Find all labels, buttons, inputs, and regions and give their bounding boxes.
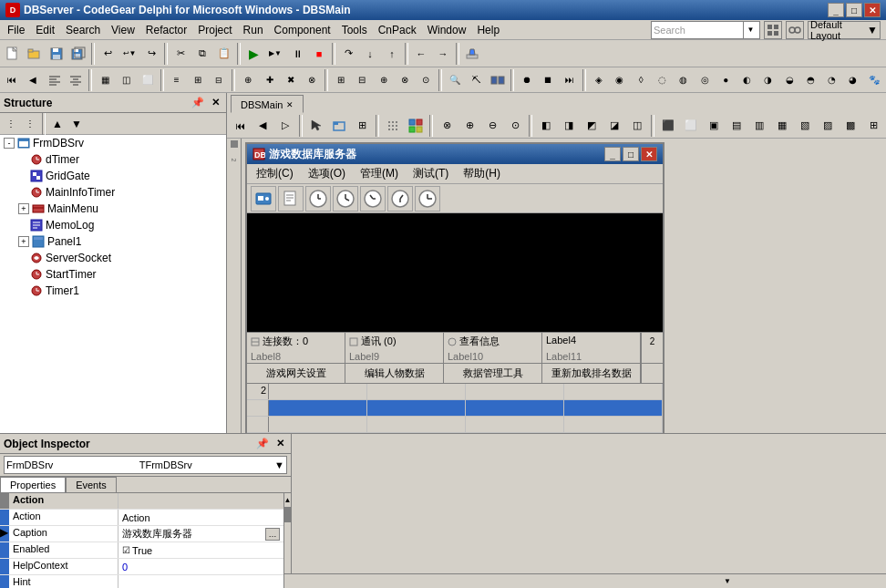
run-arrow-btn[interactable]: ▶▼ bbox=[264, 43, 286, 65]
oi-object-dropdown[interactable]: FrmDBSrv TFrmDBSrv ▼ bbox=[4, 456, 287, 474]
inner-clock-btn4[interactable] bbox=[387, 186, 413, 211]
design-btn3[interactable]: ▷ bbox=[274, 115, 296, 137]
tb2-btn29[interactable]: ◌ bbox=[652, 69, 672, 91]
cut-btn[interactable]: ✂ bbox=[170, 43, 191, 65]
design-btn15[interactable]: ◩ bbox=[581, 115, 603, 137]
tb2-btn4[interactable] bbox=[66, 69, 86, 91]
grid-cell-0-2[interactable] bbox=[466, 384, 564, 399]
inner-menu-guanli[interactable]: 管理(M) bbox=[353, 164, 406, 183]
inner-clock-btn3[interactable] bbox=[360, 186, 386, 211]
grid-cell-2-2[interactable] bbox=[466, 417, 564, 432]
design-btn25[interactable]: ▨ bbox=[817, 115, 839, 137]
win-maximize-btn[interactable]: □ bbox=[846, 3, 862, 17]
oi-tab-properties[interactable]: Properties bbox=[0, 477, 66, 492]
tb2-btn34[interactable]: ◑ bbox=[758, 69, 778, 91]
tb2-btn9[interactable]: ⊞ bbox=[188, 69, 208, 91]
oi-tab-events[interactable]: Events bbox=[66, 477, 117, 492]
design-btn5[interactable] bbox=[328, 115, 350, 137]
structure-close-btn[interactable]: ✕ bbox=[209, 96, 222, 109]
oi-scrollbar[interactable]: ▲ ▼ bbox=[283, 493, 291, 588]
oi-scroll-down-btn[interactable]: ▼ bbox=[284, 573, 291, 588]
oi-caption-edit-btn[interactable]: … bbox=[265, 528, 280, 541]
menu-edit[interactable]: Edit bbox=[30, 22, 60, 38]
root-expand-btn[interactable]: - bbox=[4, 138, 15, 149]
oi-val-action[interactable]: Action bbox=[118, 510, 283, 525]
oi-row-helpcontext[interactable]: HelpContext 0 bbox=[0, 559, 283, 575]
menu-search[interactable]: Search bbox=[60, 22, 106, 38]
struct-tb-btn1[interactable]: ⋮ bbox=[2, 115, 20, 133]
struct-up-btn[interactable]: ▲ bbox=[48, 115, 67, 133]
tb2-btn19[interactable]: ⊙ bbox=[416, 69, 436, 91]
tab-close-btn[interactable]: ✕ bbox=[286, 100, 294, 109]
inner-clock-btn1[interactable] bbox=[305, 186, 331, 211]
tb2-btn12[interactable]: ✚ bbox=[259, 69, 279, 91]
oi-close-btn[interactable]: ✕ bbox=[273, 437, 287, 450]
panel1-expand-btn[interactable]: + bbox=[18, 236, 29, 247]
undo-arrow-btn[interactable]: ↩▼ bbox=[118, 43, 140, 65]
tb2-btn30[interactable]: ◍ bbox=[674, 69, 694, 91]
design-btn27[interactable]: ⊞ bbox=[862, 115, 884, 137]
struct-tb-btn2[interactable]: ⋮ bbox=[21, 115, 39, 133]
grid-cell-1-1[interactable] bbox=[367, 400, 466, 416]
grid-row-0[interactable]: 2 bbox=[247, 384, 663, 400]
oi-val-enabled[interactable]: ☑ True bbox=[118, 542, 283, 558]
tree-item-maininfotimer[interactable]: MainInfoTimer bbox=[0, 184, 226, 201]
design-btn1[interactable]: ⏮ bbox=[229, 115, 251, 137]
tb2-btn13[interactable]: ✖ bbox=[281, 69, 301, 91]
tree-item-panel1[interactable]: + Panel1 bbox=[0, 233, 226, 250]
tree-item-dtimer[interactable]: dTimer bbox=[0, 151, 226, 168]
tb2-btn6[interactable]: ◫ bbox=[116, 69, 136, 91]
step-out-btn[interactable]: ↑ bbox=[381, 43, 403, 65]
tb2-btn18[interactable]: ⊗ bbox=[395, 69, 415, 91]
oi-val-helpcontext[interactable]: 0 bbox=[118, 559, 283, 574]
tb2-btn38[interactable]: ◕ bbox=[843, 69, 863, 91]
undo-btn[interactable]: ↩ bbox=[97, 43, 118, 65]
tree-item-memolog[interactable]: MemoLog bbox=[0, 217, 226, 233]
design-btn9[interactable]: ⊗ bbox=[436, 115, 458, 137]
paste-btn[interactable]: 📋 bbox=[213, 43, 235, 65]
grid-row-1[interactable] bbox=[247, 400, 663, 417]
design-btn11[interactable]: ⊖ bbox=[481, 115, 503, 137]
design-btn8[interactable] bbox=[405, 115, 427, 137]
tb2-btn32[interactable]: ● bbox=[716, 69, 736, 91]
tree-item-serversocket[interactable]: ServerSocket bbox=[0, 250, 226, 266]
inner-action-btn1[interactable]: 编辑人物数据 bbox=[345, 364, 444, 383]
oi-val-caption[interactable]: 游戏数库服务器 … bbox=[118, 526, 283, 542]
design-btn4[interactable] bbox=[305, 115, 327, 137]
inner-menu-kongzhi[interactable]: 控制(C) bbox=[249, 164, 301, 183]
design-btn24[interactable]: ▧ bbox=[794, 115, 816, 137]
oi-val-hint[interactable] bbox=[118, 575, 283, 588]
tb2-btn1[interactable]: ⏮ bbox=[2, 69, 22, 91]
design-btn6[interactable]: ⊞ bbox=[351, 115, 373, 137]
tb2-btn5[interactable]: ▦ bbox=[95, 69, 115, 91]
clean-btn[interactable] bbox=[461, 43, 483, 65]
grid-cell-1-0[interactable] bbox=[269, 400, 367, 416]
top-search-combo[interactable]: Search ▼ bbox=[651, 21, 760, 39]
tb2-btn31[interactable]: ◎ bbox=[695, 69, 715, 91]
back-btn[interactable]: ← bbox=[410, 43, 432, 65]
grid-cell-2-1[interactable] bbox=[367, 417, 466, 432]
tb2-btn24[interactable]: ⏹ bbox=[538, 69, 558, 91]
tb2-btn28[interactable]: ◊ bbox=[631, 69, 651, 91]
design-btn26[interactable]: ▩ bbox=[840, 115, 861, 137]
menu-tools[interactable]: Tools bbox=[336, 22, 373, 38]
tb2-btn25[interactable]: ⏭ bbox=[559, 69, 579, 91]
tb2-btn3[interactable] bbox=[45, 69, 65, 91]
tb2-btn16[interactable]: ⊟ bbox=[352, 69, 372, 91]
tree-item-timer1[interactable]: Timer1 bbox=[0, 283, 226, 299]
inner-action-btn0[interactable]: 游戏网关设置 bbox=[247, 364, 345, 383]
inner-clock-btn2[interactable] bbox=[333, 186, 358, 211]
inner-menu-ceshi[interactable]: 测试(T) bbox=[406, 164, 456, 183]
tb2-btn36[interactable]: ◓ bbox=[800, 69, 820, 91]
tb2-btn33[interactable]: ◐ bbox=[737, 69, 757, 91]
inner-menu-bangzhu[interactable]: 帮助(H) bbox=[456, 164, 508, 183]
oi-scroll-thumb[interactable] bbox=[284, 508, 291, 522]
stop-btn[interactable]: ■ bbox=[308, 43, 330, 65]
oi-row-enabled[interactable]: Enabled ☑ True bbox=[0, 542, 283, 559]
oi-row-hint[interactable]: Hint bbox=[0, 575, 283, 588]
struct-down-btn[interactable]: ▼ bbox=[67, 115, 86, 133]
save-btn[interactable] bbox=[46, 43, 67, 65]
oi-row-caption[interactable]: ▶ Caption 游戏数库服务器 … bbox=[0, 526, 283, 542]
design-btn10[interactable]: ⊕ bbox=[458, 115, 480, 137]
run-btn[interactable]: ▶ bbox=[242, 43, 264, 65]
